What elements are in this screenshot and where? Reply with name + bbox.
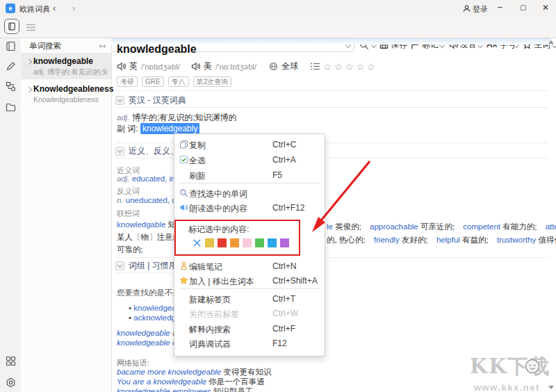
- pronunciation-row: 英 /'nɒlɪdʒəbl/ 美 /'nɑ:lɪdʒəbl/ 全球 ☆☆☆☆☆: [117, 61, 377, 72]
- app-title: 欧路词典: [19, 4, 50, 15]
- web-phrases-label: 网络短语:: [117, 358, 149, 368]
- uk-speaker-icon[interactable]: [117, 62, 126, 71]
- scrollbar-down-arrow[interactable]: [548, 386, 554, 389]
- menu-item-copy[interactable]: 复制Ctrl+C: [174, 137, 325, 152]
- remove-mark-icon[interactable]: [193, 238, 202, 247]
- wordlist-menu-icon[interactable]: [26, 24, 36, 31]
- edit-rail-icon[interactable]: [6, 61, 16, 72]
- sidebar-item-knowledgeableness[interactable]: Knowledgeableness Knowledgeableness: [21, 81, 111, 107]
- pos-label: adj.: [117, 113, 130, 122]
- divider: [115, 107, 548, 108]
- sidebar-word-sub: Knowledgeableness: [33, 95, 99, 104]
- collapse-chevron-icon[interactable]: [115, 261, 124, 270]
- menu-item-select-all[interactable]: 全选Ctrl+A: [174, 152, 325, 168]
- sidebar-expand-icon[interactable]: [99, 44, 106, 49]
- user-icon: [463, 5, 471, 13]
- minimize-button[interactable]: –: [498, 2, 502, 12]
- mark-color-pink[interactable]: [243, 238, 252, 247]
- folder-rail-icon[interactable]: [6, 102, 16, 113]
- dictionary-tab-button[interactable]: [4, 19, 19, 34]
- divider: [115, 90, 548, 91]
- ant-label: 反义词: [117, 186, 140, 197]
- us-ipa: /'nɑ:lɪdʒəbl/: [215, 63, 256, 71]
- definition-line: adj. 博学的;有见识的;知识渊博的: [117, 112, 237, 124]
- category-rail-icon[interactable]: [6, 81, 16, 92]
- menu-item-find-selected[interactable]: 查找选中的单词: [174, 186, 325, 201]
- mark-color-green[interactable]: [255, 238, 264, 247]
- headword: knowledgeable: [117, 43, 197, 56]
- sidebar-word-sub: adj. 博学的;有见识的;知识渊博的: [33, 67, 107, 77]
- sidebar-word: knowledgeable: [33, 56, 93, 66]
- tag: 专八: [168, 76, 189, 87]
- login-button[interactable]: 登录: [473, 4, 488, 15]
- entry-link-row: knowledgeable ad: [117, 329, 181, 338]
- rating-stars-icon[interactable]: ☆☆☆☆☆: [323, 61, 377, 72]
- menu-item-search-in-page[interactable]: 解释内搜索Ctrl+F: [174, 321, 325, 336]
- mark-color-purple[interactable]: [280, 238, 289, 247]
- menu-item-wordbook-toggle[interactable]: 加入 | 移出生词本Ctrl+Shift+A: [174, 273, 325, 288]
- collapse-chevron-icon[interactable]: [115, 147, 124, 156]
- uk-ipa: /'nɒlɪdʒəbl/: [141, 63, 180, 71]
- menu-separator: [179, 183, 320, 183]
- watermark-face-icon: [525, 359, 540, 374]
- mark-color-row: [193, 238, 289, 247]
- menu-item-read-selected[interactable]: 朗读选中的内容Ctrl+F12: [174, 200, 325, 215]
- entry-link-row: knowledgeable elit: [117, 338, 183, 348]
- mark-selection-label: 标记选中的内容:: [188, 224, 249, 236]
- menu-item-refresh[interactable]: 刷新F5: [174, 168, 325, 183]
- magnifier-icon: [179, 188, 188, 197]
- copy-icon: [179, 140, 188, 149]
- watermark-title: KK下载: [470, 353, 550, 381]
- context-menu: 复制Ctrl+C 全选Ctrl+A 刷新F5 查找选中的单词 朗读选中的内容Ct…: [174, 133, 325, 357]
- syn-words: adj. educated, info: [117, 174, 182, 183]
- menu-item-dict-debugger[interactable]: 词典调试器F12: [174, 336, 325, 351]
- maximize-button[interactable]: ▢: [520, 3, 526, 11]
- sidebar-item-knowledgeable[interactable]: knowledgeable adj. 博学的;有见识的;知识渊博的: [21, 53, 111, 79]
- rel-line2-right: 的, 热心的; friendly 友好的; helpful 有益的; trust…: [327, 236, 556, 245]
- web-phrase-row: knowledgeable employees 知识型员工: [117, 387, 253, 392]
- divider: [115, 272, 171, 273]
- us-speaker-icon[interactable]: [191, 62, 200, 71]
- section-dict-header: 英汉 - 汉英词典: [115, 95, 186, 106]
- mark-color-red[interactable]: [218, 238, 227, 247]
- bullet-icon: •: [129, 304, 131, 312]
- did-you-mean-label: 您要查找的是不是:: [117, 288, 183, 298]
- dictionary-rail-icon[interactable]: [6, 41, 16, 51]
- collapse-chevron-icon[interactable]: [115, 96, 124, 105]
- sidebar-header: 单词搜索: [29, 41, 61, 51]
- web-phrase-row: You are a knowledgeable 你是一个百事通: [117, 377, 265, 386]
- watermark: KK下载 www.kkx.net: [470, 353, 550, 392]
- edit-note-icon: [179, 261, 188, 270]
- apps-grid-icon[interactable]: [6, 356, 16, 366]
- scrollbar-up-arrow[interactable]: [548, 40, 554, 44]
- settings-gear-icon[interactable]: [6, 377, 16, 388]
- rel-line3-left: 可靠的;: [117, 245, 143, 254]
- global-label[interactable]: 全球: [281, 60, 298, 72]
- selected-word[interactable]: knowledgeably: [140, 123, 199, 134]
- us-label: 美: [204, 60, 212, 72]
- mark-color-blue[interactable]: [268, 238, 277, 247]
- sidebar-word: Knowledgeableness: [33, 84, 113, 94]
- section-title: 英汉 - 汉英词典: [129, 95, 186, 106]
- left-rail: [0, 38, 22, 392]
- back-button[interactable]: ‹: [53, 3, 56, 14]
- list-icon[interactable]: [311, 63, 320, 70]
- adverb-label: 副 词:: [117, 124, 138, 133]
- suggest-link-row: • acknowledge: [129, 313, 180, 322]
- bullet-icon: •: [129, 313, 131, 322]
- menu-separator: [179, 288, 320, 289]
- menu-item-edit-note[interactable]: 编辑笔记Ctrl+N: [174, 259, 325, 274]
- star-icon: [179, 276, 188, 285]
- mark-color-orange[interactable]: [230, 238, 239, 247]
- tag: GRE: [142, 76, 164, 87]
- expand-chevron-icon: [26, 87, 32, 92]
- suggest-link-row: • knowledgeab: [129, 304, 181, 313]
- menu-item-close-tab: 关闭当前标签Ctrl+W: [174, 306, 325, 321]
- globe-icon[interactable]: [269, 62, 278, 71]
- mark-color-yellow[interactable]: [205, 238, 214, 247]
- forward-button[interactable]: ›: [72, 3, 75, 14]
- menu-item-new-tab[interactable]: 新建标签页Ctrl+T: [174, 291, 325, 307]
- close-button[interactable]: ✕: [542, 3, 549, 13]
- rel-line1-right: le 英俊的; approachable 可亲近的; competent 有能力…: [327, 222, 556, 231]
- toolbar: 保存 标记 发音 AA 字号 生词: [0, 17, 556, 38]
